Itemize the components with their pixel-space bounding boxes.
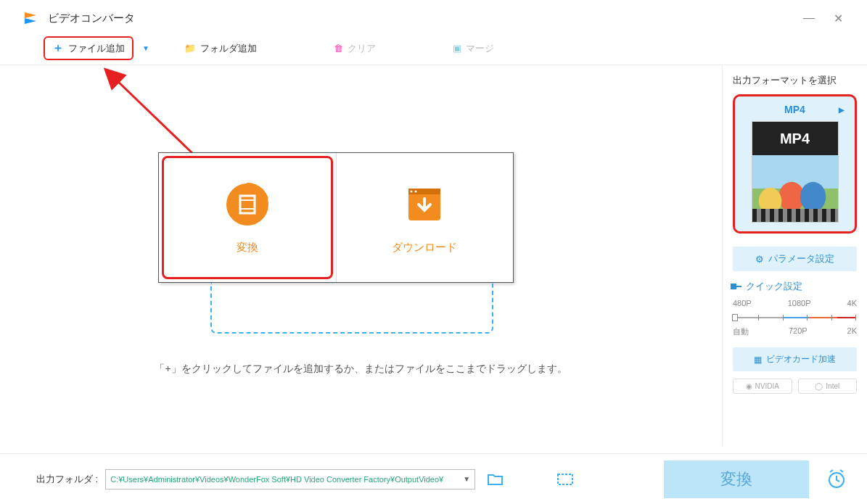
svg-point-13	[800, 182, 825, 212]
folder-plus-icon: 📁	[184, 43, 196, 54]
output-format-selector[interactable]: MP4 ▶ MP4	[733, 94, 857, 234]
quick-settings-label: クイック設定	[746, 280, 802, 293]
resolution-labels-top: 480P 1080P 4K	[733, 299, 857, 307]
convert-button[interactable]: 変換	[664, 460, 809, 498]
intel-chip: ◯Intel	[798, 379, 858, 394]
filmstrip-icon	[752, 209, 838, 222]
svg-rect-15	[558, 474, 572, 484]
convert-card[interactable]: 変換	[159, 153, 337, 282]
output-path-combobox[interactable]: C:¥Users¥Administrator¥Videos¥WonderFox …	[105, 469, 475, 489]
plus-icon: ＋	[52, 41, 64, 56]
merge-button[interactable]: ▣ マージ	[447, 39, 500, 58]
res-720p: 720P	[789, 326, 808, 337]
clear-button[interactable]: 🗑 クリア	[328, 39, 382, 58]
gpu-accel-label: ビデオカード加速	[766, 353, 836, 365]
folder-gear-icon	[557, 473, 573, 486]
add-file-button[interactable]: ＋ ファイル追加	[44, 36, 133, 60]
sliders-icon: ⚙	[755, 254, 764, 265]
output-path-value: C:¥Users¥Administrator¥Videos¥WonderFox …	[110, 475, 443, 484]
output-folder-label: 出力フォルダ :	[36, 473, 98, 486]
nvidia-chip: ◉NVIDIA	[733, 379, 792, 394]
download-icon	[401, 181, 448, 228]
format-thumb-label: MP4	[752, 122, 838, 155]
slider-marker-icon	[733, 286, 741, 287]
add-file-dropdown[interactable]: ▼	[142, 44, 149, 52]
toolbar: ＋ ファイル追加 ▼ 📁 フォルダ追加 🗑 クリア ▣ マージ	[0, 36, 867, 65]
chevron-down-icon: ▼	[463, 475, 470, 483]
download-card[interactable]: ダウンロード	[337, 153, 514, 282]
chip-icon: ▦	[754, 355, 762, 365]
output-settings-button[interactable]	[552, 469, 578, 489]
workspace[interactable]: 変換 ダウンロード 「+」をクリックしてファイルを追加するか、またはファイルをこ…	[0, 65, 722, 446]
add-folder-button[interactable]: 📁 フォルダ追加	[178, 39, 263, 58]
download-card-label: ダウンロード	[392, 241, 457, 255]
action-card-frame: 変換 ダウンロード	[158, 152, 514, 283]
open-folder-button[interactable]	[482, 469, 509, 489]
slider-handle[interactable]	[732, 314, 738, 321]
nvidia-eye-icon: ◉	[746, 382, 752, 390]
param-settings-label: パラメータ設定	[768, 252, 834, 265]
drop-hint-text: 「+」をクリックしてファイルを追加するか、またはファイルをここまでドラッグします…	[0, 363, 722, 376]
current-format-label: MP4	[784, 104, 805, 115]
app-title: ビデオコンバータ	[48, 12, 794, 25]
parameter-settings-button[interactable]: ⚙ パラメータ設定	[733, 247, 857, 271]
res-auto: 自動	[733, 326, 749, 337]
res-480p: 480P	[733, 299, 752, 307]
select-format-label: 出力フォーマットを選択	[733, 74, 857, 87]
schedule-button[interactable]	[821, 463, 852, 495]
add-folder-label: フォルダ追加	[200, 42, 257, 55]
convert-icon	[224, 181, 271, 228]
intel-logo-icon: ◯	[815, 382, 823, 390]
chevron-right-icon: ▶	[839, 106, 845, 114]
format-thumbnail: MP4	[752, 121, 839, 223]
footer-bar: 出力フォルダ : C:¥Users¥Administrator¥Videos¥W…	[0, 453, 867, 504]
svg-point-8	[411, 190, 413, 192]
merge-label: マージ	[466, 42, 494, 55]
res-1080p: 1080P	[788, 299, 811, 307]
sidebar: 出力フォーマットを選択 MP4 ▶ MP4 ⚙ パラメータ設定	[722, 65, 867, 446]
title-bar: ビデオコンバータ — ✕	[0, 0, 867, 36]
res-4k: 4K	[847, 299, 857, 307]
alarm-clock-icon	[826, 468, 847, 490]
app-logo-icon	[22, 9, 39, 27]
quick-settings-header: クイック設定	[733, 280, 857, 293]
trash-icon: 🗑	[334, 43, 343, 54]
minimize-button[interactable]: —	[794, 7, 823, 29]
merge-icon: ▣	[453, 43, 461, 54]
res-2k: 2K	[847, 326, 857, 337]
add-file-label: ファイル追加	[68, 42, 125, 55]
resolution-slider[interactable]	[734, 312, 855, 323]
convert-card-label: 変換	[237, 241, 258, 255]
close-button[interactable]: ✕	[823, 7, 852, 29]
svg-point-9	[415, 190, 417, 192]
folder-open-icon	[488, 473, 504, 486]
gpu-acceleration-button[interactable]: ▦ ビデオカード加速	[733, 347, 857, 371]
drop-connector	[210, 283, 493, 334]
clear-label: クリア	[348, 42, 376, 55]
convert-button-label: 変換	[720, 468, 752, 490]
gpu-vendor-chips: ◉NVIDIA ◯Intel	[733, 379, 857, 394]
resolution-labels-bottom: 自動 720P 2K	[733, 326, 857, 337]
svg-rect-7	[408, 189, 440, 194]
